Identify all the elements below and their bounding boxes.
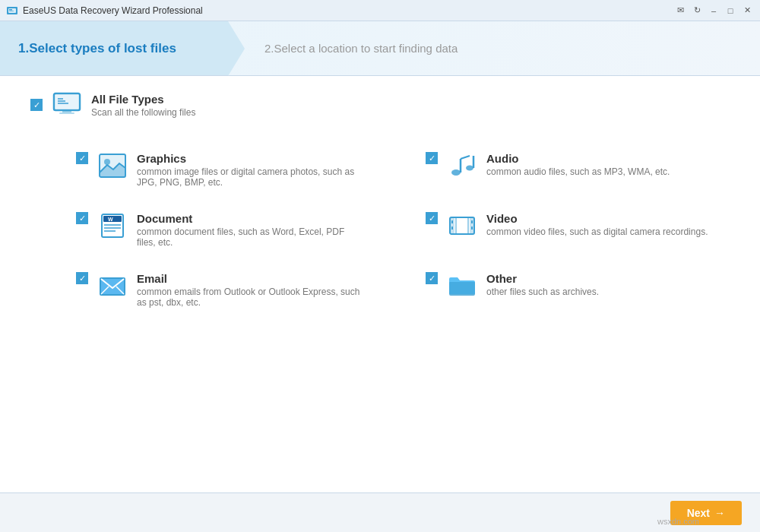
other-checkbox-wrap: ✓: [426, 272, 438, 284]
list-item: ✓ Email common emails from Outlook or Ou…: [30, 260, 380, 320]
app-icon: [6, 5, 18, 17]
list-item: ✓ Audio common audio files, such as MP3,…: [380, 140, 730, 200]
graphics-icon: [97, 152, 128, 179]
all-filetypes-desc: Scan all the following files: [91, 107, 195, 118]
svg-rect-2: [9, 9, 12, 11]
document-checkbox-wrap: ✓: [76, 212, 88, 224]
graphics-checkbox-wrap: ✓: [76, 152, 88, 164]
svg-rect-30: [471, 220, 473, 223]
all-filetypes-checkbox[interactable]: ✓: [30, 99, 43, 111]
graphics-checkbox[interactable]: ✓: [76, 152, 88, 164]
video-icon: [447, 212, 477, 239]
window-controls: ✉ ↻ – □ ✕: [673, 4, 754, 17]
app-title: EaseUS Data Recovery Wizard Professional: [23, 5, 673, 16]
svg-rect-26: [450, 217, 454, 234]
email-checkbox[interactable]: ✓: [76, 272, 88, 284]
other-checkbox[interactable]: ✓: [426, 272, 438, 284]
svg-rect-5: [55, 95, 78, 109]
bottom-bar: wsxdn.com Next →: [0, 492, 760, 532]
document-info: Document common document files, such as …: [137, 212, 365, 248]
email-icon: [97, 272, 128, 299]
email-info: Email common emails from Outlook or Outl…: [137, 272, 365, 308]
step1-label: 1.Select types of lost files: [18, 41, 176, 56]
main-content: ✓ All File Types Scan all the following …: [0, 76, 760, 492]
svg-point-14: [451, 169, 461, 176]
other-icon: [447, 272, 477, 299]
video-checkbox-wrap: ✓: [426, 212, 438, 224]
audio-checkbox[interactable]: ✓: [426, 152, 438, 164]
svg-rect-29: [451, 226, 453, 230]
checkmark: ✓: [33, 101, 40, 109]
document-title: Document: [137, 212, 365, 225]
svg-rect-7: [59, 112, 74, 114]
message-btn[interactable]: ✉: [673, 4, 687, 17]
audio-title: Audio: [486, 152, 714, 165]
svg-rect-3: [9, 11, 14, 11]
next-arrow-icon: →: [714, 507, 725, 519]
document-icon: W: [97, 212, 128, 239]
svg-text:W: W: [108, 217, 113, 222]
video-info: Video common video files, such as digita…: [486, 212, 714, 237]
step1: 1.Select types of lost files: [0, 21, 228, 75]
svg-rect-28: [451, 220, 453, 223]
video-checkbox[interactable]: ✓: [426, 212, 438, 224]
other-desc: other files such as archives.: [486, 287, 714, 297]
all-file-types-row: ✓ All File Types Scan all the following …: [30, 91, 730, 119]
other-title: Other: [486, 272, 714, 285]
video-desc: common video files, such as digital came…: [486, 226, 714, 237]
all-filetypes-title: All File Types: [91, 93, 195, 106]
svg-rect-31: [471, 226, 473, 230]
file-types-grid: ✓ Graphics common image files or digital…: [30, 140, 730, 320]
watermark: wsxdn.com: [657, 517, 699, 526]
svg-line-16: [461, 156, 470, 159]
audio-info: Audio common audio files, such as MP3, W…: [486, 152, 714, 177]
svg-point-17: [466, 166, 473, 171]
all-filetypes-icon: [52, 91, 82, 119]
other-info: Other other files such as archives.: [486, 272, 714, 297]
audio-icon: [447, 152, 477, 179]
close-btn[interactable]: ✕: [740, 4, 754, 17]
document-desc: common document files, such as Word, Exc…: [137, 226, 365, 248]
audio-desc: common audio files, such as MP3, WMA, et…: [486, 166, 714, 177]
list-item: ✓ Video common vide: [380, 200, 730, 260]
svg-rect-27: [470, 217, 474, 234]
audio-checkbox-wrap: ✓: [426, 152, 438, 164]
maximize-btn[interactable]: □: [724, 4, 737, 17]
all-filetypes-checkbox-wrap: ✓: [30, 99, 43, 111]
list-item: ✓ W Document common document files, such…: [30, 200, 380, 260]
step2: 2.Select a location to start finding dat…: [228, 21, 760, 75]
all-filetypes-info: All File Types Scan all the following fi…: [91, 93, 195, 118]
email-title: Email: [137, 272, 365, 285]
email-desc: common emails from Outlook or Outlook Ex…: [137, 287, 365, 308]
svg-rect-38: [449, 282, 475, 294]
video-title: Video: [486, 212, 714, 225]
graphics-title: Graphics: [137, 152, 365, 165]
minimize-btn[interactable]: –: [707, 4, 720, 17]
step2-label: 2.Select a location to start finding dat…: [264, 42, 458, 55]
list-item: ✓ Other other files such as archives.: [380, 260, 730, 320]
list-item: ✓ Graphics common image files or digital…: [30, 140, 380, 200]
history-btn[interactable]: ↻: [690, 4, 704, 17]
email-checkbox-wrap: ✓: [76, 272, 88, 284]
svg-rect-6: [62, 110, 71, 112]
graphics-info: Graphics common image files or digital c…: [137, 152, 365, 188]
title-bar: EaseUS Data Recovery Wizard Professional…: [0, 0, 760, 21]
graphics-desc: common image files or digital camera pho…: [137, 166, 365, 188]
step-header: 1.Select types of lost files 2.Select a …: [0, 21, 760, 76]
document-checkbox[interactable]: ✓: [76, 212, 88, 224]
